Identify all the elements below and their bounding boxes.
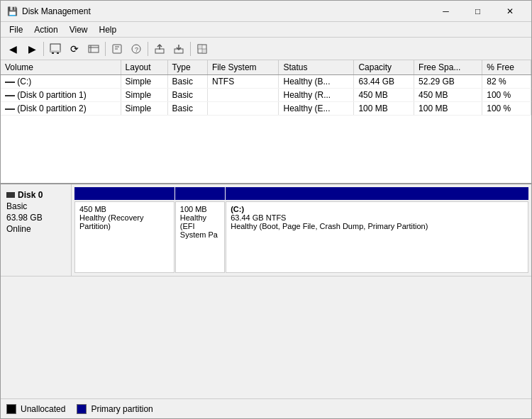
table-cell: 100 % xyxy=(482,102,531,116)
partition-efi[interactable]: 100 MB Healthy (EFI System Pa xyxy=(175,201,225,273)
legend-primary: Primary partition xyxy=(77,404,153,414)
svg-rect-3 xyxy=(57,52,59,54)
table-cell: Healthy (R... xyxy=(279,89,354,102)
table-row[interactable]: (Disk 0 partition 1)SimpleBasicHealthy (… xyxy=(1,89,531,102)
import-button[interactable] xyxy=(170,40,188,58)
table-cell xyxy=(207,102,279,116)
disk-type: Basic xyxy=(6,201,65,211)
help2-button[interactable]: ? xyxy=(127,40,145,58)
help1-button[interactable] xyxy=(108,40,126,58)
window-controls: ─ □ ✕ xyxy=(430,1,526,22)
partition-efi-size: 100 MB xyxy=(180,205,220,213)
toolbar-sep-2 xyxy=(105,42,106,56)
legend-unallocated: Unallocated xyxy=(6,404,65,414)
table-cell: 63.44 GB xyxy=(354,75,414,89)
table-cell: Basic xyxy=(167,89,207,102)
col-filesystem[interactable]: File System xyxy=(207,60,279,75)
col-freespace[interactable]: Free Spa... xyxy=(414,60,482,75)
bar-recovery xyxy=(74,187,174,200)
partition-c-name: (C:) xyxy=(231,205,523,213)
maximize-button[interactable]: □ xyxy=(462,1,494,22)
table-cell: Basic xyxy=(167,102,207,116)
svg-rect-18 xyxy=(202,49,206,53)
table-cell xyxy=(207,89,279,102)
close-button[interactable]: ✕ xyxy=(494,1,526,22)
col-type[interactable]: Type xyxy=(167,60,207,75)
toolbar-sep-4 xyxy=(190,42,191,56)
svg-rect-1 xyxy=(50,50,60,52)
svg-rect-17 xyxy=(198,45,202,49)
table-cell: 100 % xyxy=(482,89,531,102)
col-status[interactable]: Status xyxy=(279,60,354,75)
properties-button[interactable] xyxy=(46,40,65,58)
table-cell: 82 % xyxy=(482,75,531,89)
table-header-row: Volume Layout Type File System Status Ca… xyxy=(1,60,531,75)
main-content: Volume Layout Type File System Status Ca… xyxy=(1,60,531,418)
empty-lower-area xyxy=(1,276,531,399)
svg-text:?: ? xyxy=(135,46,138,53)
bar-efi xyxy=(175,187,225,200)
menu-item-file[interactable]: File xyxy=(4,23,28,36)
partition-recovery-desc: Healthy (Recovery Partition) xyxy=(79,213,170,230)
table-row[interactable]: (C:)SimpleBasicNTFSHealthy (B...63.44 GB… xyxy=(1,75,531,89)
legend-unalloc-box xyxy=(6,404,16,414)
disk-status: Online xyxy=(6,224,65,234)
title-bar: 💾 Disk Management ─ □ ✕ xyxy=(1,1,531,22)
legend-primary-box xyxy=(77,404,87,414)
partition-c-fs: 63.44 GB NTFS xyxy=(231,213,523,222)
disk-color-bar xyxy=(74,187,528,200)
table-cell: Simple xyxy=(121,102,167,116)
main-window: 💾 Disk Management ─ □ ✕ FileActionViewHe… xyxy=(0,0,532,419)
table-cell: (Disk 0 partition 2) xyxy=(1,102,121,116)
table-cell: Simple xyxy=(121,75,167,89)
menu-item-help[interactable]: Help xyxy=(94,23,123,36)
table-cell: (Disk 0 partition 1) xyxy=(1,89,121,102)
partition-recovery-size: 450 MB xyxy=(79,205,170,213)
toolbar-sep-3 xyxy=(148,42,148,56)
snap-button[interactable] xyxy=(193,40,211,58)
table-cell: 450 MB xyxy=(354,89,414,102)
table-cell: Healthy (E... xyxy=(279,102,354,116)
partition-c[interactable]: (C:) 63.44 GB NTFS Healthy (Boot, Page F… xyxy=(226,201,528,273)
table-cell: 100 MB xyxy=(414,102,482,116)
partition-recovery[interactable]: 450 MB Healthy (Recovery Partition) xyxy=(74,201,174,273)
refresh-button[interactable]: ⟳ xyxy=(65,40,84,58)
table-cell: 100 MB xyxy=(354,102,414,116)
menu-item-view[interactable]: View xyxy=(64,23,94,36)
table-row[interactable]: (Disk 0 partition 2)SimpleBasicHealthy (… xyxy=(1,102,531,116)
svg-rect-2 xyxy=(52,52,54,54)
partition-efi-desc: Healthy (EFI System Pa xyxy=(180,213,220,239)
col-volume[interactable]: Volume xyxy=(1,60,121,75)
bar-c xyxy=(226,187,528,200)
volume-table-area[interactable]: Volume Layout Type File System Status Ca… xyxy=(1,60,531,184)
disk-label: Disk 0 Basic 63.98 GB Online xyxy=(1,184,72,276)
window-title: Disk Management xyxy=(22,6,430,16)
minimize-button[interactable]: ─ xyxy=(430,1,462,22)
table-cell: NTFS xyxy=(207,75,279,89)
disk-partitions: 450 MB Healthy (Recovery Partition) 100 … xyxy=(74,201,528,273)
col-pctfree[interactable]: % Free xyxy=(482,60,531,75)
col-capacity[interactable]: Capacity xyxy=(354,60,414,75)
disk-size: 63.98 GB xyxy=(6,213,65,223)
table-cell: Simple xyxy=(121,89,167,102)
menu-item-action[interactable]: Action xyxy=(28,23,63,36)
table-cell: Basic xyxy=(167,75,207,89)
back-button[interactable]: ◀ xyxy=(4,40,22,58)
table-cell: 52.29 GB xyxy=(414,75,482,89)
status-bar: Unallocated Primary partition xyxy=(1,398,531,418)
toolbar: ◀ ▶ ⟳ xyxy=(1,38,531,60)
menu-bar: FileActionViewHelp xyxy=(1,22,531,38)
forward-button[interactable]: ▶ xyxy=(23,40,41,58)
table-cell: (C:) xyxy=(1,75,121,89)
undo-button[interactable] xyxy=(84,40,103,58)
legend-unalloc-label: Unallocated xyxy=(21,404,65,414)
table-cell: Healthy (B... xyxy=(279,75,354,89)
legend-primary-label: Primary partition xyxy=(91,404,153,414)
table-cell: 450 MB xyxy=(414,89,482,102)
svg-rect-4 xyxy=(89,45,99,52)
col-layout[interactable]: Layout xyxy=(121,60,167,75)
window-icon: 💾 xyxy=(6,6,18,17)
disk-name: Disk 0 xyxy=(6,190,65,200)
export-button[interactable] xyxy=(150,40,169,58)
toolbar-sep-1 xyxy=(43,42,44,56)
